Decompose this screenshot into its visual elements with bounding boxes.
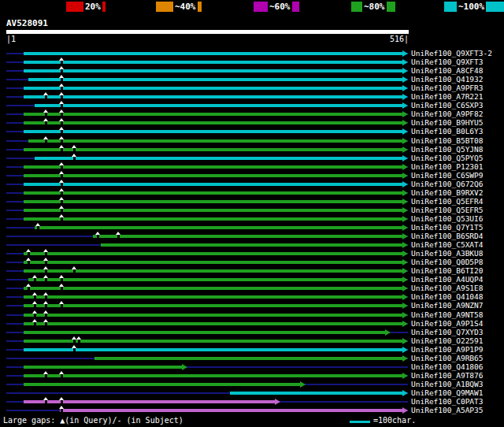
hit-accession[interactable]: UniRef100_Q7Y1T5: [411, 223, 484, 232]
alignment-bar[interactable]: [24, 95, 402, 98]
hit-accession[interactable]: UniRef100_Q7XYD3: [411, 328, 484, 336]
hit-accession[interactable]: UniRef100_A5AP35: [411, 406, 484, 414]
alignment-bar[interactable]: [24, 304, 402, 307]
alignment-bar[interactable]: [24, 165, 402, 169]
hit-accession[interactable]: UniRef100_A9S1E8: [411, 284, 484, 292]
hit-accession[interactable]: UniRef100_A9NZN7: [411, 301, 484, 310]
large-gap-triangle-icon: [43, 275, 48, 278]
alignment-bar[interactable]: [24, 200, 402, 203]
hit-accession[interactable]: UniRef100_Q9XFT3-2: [411, 49, 492, 58]
alignment-bar[interactable]: [24, 148, 402, 151]
alignment-bar[interactable]: [24, 113, 402, 116]
alignment-bar[interactable]: [24, 52, 402, 55]
alignment-bar[interactable]: [24, 130, 402, 133]
alignment-bar[interactable]: [24, 121, 402, 124]
large-gap-triangle-icon: [72, 154, 76, 157]
hit-accession[interactable]: UniRef100_A4UQP4: [411, 275, 484, 284]
alignment-bar[interactable]: [24, 174, 402, 177]
large-gap-triangle-icon: [32, 292, 37, 295]
hit-accession[interactable]: UniRef100_A9PFR3: [411, 84, 484, 92]
hit-accession[interactable]: UniRef100_A9PF82: [411, 110, 484, 118]
gap-notch: [34, 304, 36, 307]
hit-accession[interactable]: UniRef100_Q41932: [411, 75, 484, 84]
hit-accession[interactable]: UniRef100_A7R221: [411, 92, 484, 101]
hit-accession[interactable]: UniRef100_B5BT08: [411, 136, 484, 145]
alignment-bar[interactable]: [24, 348, 402, 351]
alignment-bar[interactable]: [24, 314, 402, 317]
hit-accession[interactable]: UniRef100_A9T876: [411, 371, 484, 380]
alignment-bar[interactable]: [35, 157, 402, 160]
alignment-bar[interactable]: [93, 235, 402, 238]
alignment-bar[interactable]: [28, 139, 402, 143]
alignment-bar[interactable]: [24, 269, 402, 273]
alignment-bar[interactable]: [24, 287, 402, 290]
alignment-bar[interactable]: [35, 226, 402, 229]
hit-accession[interactable]: UniRef100_O22591: [411, 336, 484, 345]
hit-accession[interactable]: UniRef100_B0L6Y3: [411, 127, 484, 136]
hit-accession[interactable]: UniRef100_B6SRD4: [411, 232, 484, 240]
alignment-bar[interactable]: [24, 374, 402, 377]
alignment-bar[interactable]: [24, 209, 402, 212]
hit-accession[interactable]: UniRef100_C6SWP9: [411, 171, 484, 180]
hit-accession[interactable]: UniRef100_A9P1P9: [411, 345, 484, 354]
hit-accession[interactable]: UniRef100_Q5YJN8: [411, 145, 484, 154]
hit-accession[interactable]: UniRef100_B6TI20: [411, 266, 484, 275]
hit-accession[interactable]: UniRef100_C0PAT3: [411, 397, 484, 406]
alignment-row: UniRef100_Q672Q6: [0, 180, 504, 188]
hit-accession[interactable]: UniRef100_Q5PYQ5: [411, 154, 484, 162]
hit-accession[interactable]: UniRef100_P12301: [411, 162, 484, 171]
alignment-bar[interactable]: [60, 409, 402, 412]
alignment-bar[interactable]: [24, 87, 402, 90]
alignment-bar[interactable]: [24, 383, 300, 386]
hit-accession[interactable]: UniRef100_B9HYU5: [411, 118, 484, 127]
hit-accession[interactable]: UniRef100_C5XAT4: [411, 240, 484, 249]
alignment-bar[interactable]: [24, 191, 402, 195]
alignment-bar[interactable]: [24, 61, 402, 64]
large-gap-triangle-icon: [59, 406, 64, 409]
hit-accession[interactable]: UniRef100_Q53UI6: [411, 214, 484, 223]
hit-accession[interactable]: UniRef100_A8CF48: [411, 66, 484, 75]
hit-accession[interactable]: UniRef100_Q9MAW1: [411, 388, 484, 397]
alignment-bar[interactable]: [24, 295, 402, 299]
alignment-bar[interactable]: [24, 366, 182, 369]
hit-accession[interactable]: UniRef100_A9RB65: [411, 354, 484, 362]
scale-label: 20%: [83, 2, 102, 12]
alignment-bar[interactable]: [28, 78, 402, 81]
arrowhead-icon: [275, 399, 280, 405]
hit-accession[interactable]: UniRef100_Q9XFT3: [411, 58, 484, 66]
hit-accession[interactable]: UniRef100_A9P1S4: [411, 319, 484, 328]
alignment-row: UniRef100_A9P1S4: [0, 319, 504, 328]
hit-accession[interactable]: UniRef100_C6SXP3: [411, 101, 484, 110]
alignment-bar[interactable]: [24, 69, 402, 72]
alignment-bar[interactable]: [24, 217, 402, 221]
alignment-row: UniRef100_Q5YJN8: [0, 145, 504, 154]
alignment-bar[interactable]: [28, 278, 402, 281]
hit-accession[interactable]: UniRef100_A3BKU8: [411, 249, 484, 258]
hit-accession[interactable]: UniRef100_Q672Q6: [411, 180, 484, 188]
hit-accession[interactable]: UniRef100_A1BQW3: [411, 380, 484, 388]
alignment-bar[interactable]: [24, 331, 385, 334]
alignment-bar[interactable]: [35, 104, 402, 107]
hit-accession[interactable]: UniRef100_Q5EFR4: [411, 197, 484, 206]
hit-accession[interactable]: UniRef100_Q0D5P8: [411, 258, 484, 266]
alignment-bar[interactable]: [94, 357, 402, 360]
alignment-bar[interactable]: [101, 243, 402, 247]
query-start-tick: |1: [6, 35, 16, 43]
alignment-bar[interactable]: [230, 392, 402, 395]
alignment-bar[interactable]: [24, 252, 402, 255]
alignment-bar[interactable]: [24, 261, 402, 264]
hit-accession[interactable]: UniRef100_Q41806: [411, 362, 484, 371]
large-gap-triangle-icon: [59, 206, 64, 209]
gap-notch: [61, 87, 63, 90]
arrowhead-icon: [402, 173, 408, 179]
large-gap-triangle-icon: [76, 336, 81, 340]
large-gap-triangle-icon: [32, 275, 37, 278]
hit-accession[interactable]: UniRef100_A9NT58: [411, 310, 484, 319]
hit-accession[interactable]: UniRef100_Q41048: [411, 292, 484, 301]
arrowhead-icon: [402, 268, 408, 274]
hit-accession[interactable]: UniRef100_Q5EFR5: [411, 206, 484, 214]
alignment-row: UniRef100_Q7XYD3: [0, 328, 504, 336]
alignment-bar[interactable]: [24, 183, 402, 186]
hit-accession[interactable]: UniRef100_B9RXV2: [411, 188, 484, 197]
alignment-bar[interactable]: [24, 322, 402, 325]
